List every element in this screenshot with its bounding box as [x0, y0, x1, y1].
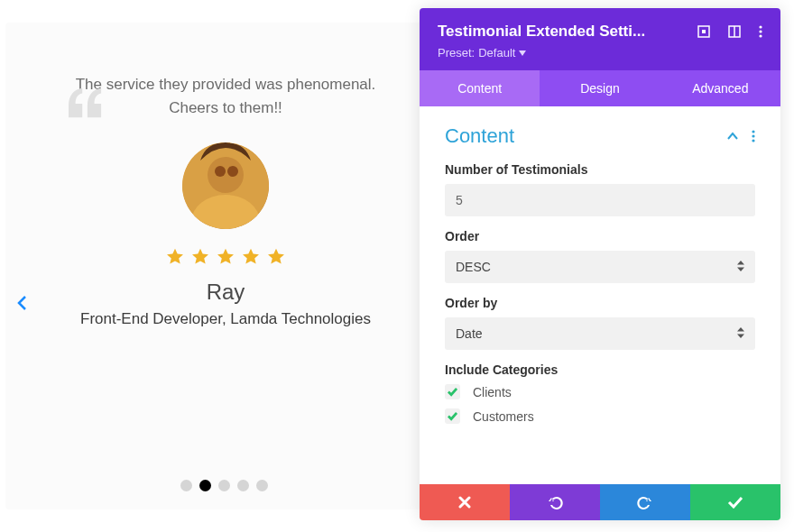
collapse-icon[interactable]	[726, 132, 739, 141]
star-icon	[190, 247, 210, 267]
panel-title: Testimonial Extended Setti...	[438, 23, 687, 41]
svg-point-4	[215, 166, 226, 177]
svg-point-10	[759, 25, 762, 28]
categories-list: Clients Customers	[445, 384, 755, 424]
category-label: Customers	[473, 409, 534, 424]
order-value[interactable]	[445, 251, 755, 283]
author-title: Front-End Developer, Lamda Technologies	[80, 310, 371, 328]
order-select[interactable]	[445, 251, 755, 283]
number-input[interactable]	[445, 184, 755, 216]
prev-arrow[interactable]	[14, 295, 31, 315]
tab-design[interactable]: Design	[540, 70, 660, 106]
preset-value: Default	[478, 46, 515, 60]
more-icon[interactable]	[759, 25, 762, 38]
star-icon	[165, 247, 185, 267]
author-name: Ray	[207, 280, 245, 305]
redo-button[interactable]	[600, 484, 690, 520]
quote-icon	[69, 87, 103, 122]
svg-point-15	[752, 139, 754, 142]
field-label-number: Number of Testimonials	[445, 162, 755, 177]
panel-body: Content Number of Testimonials Order Ord…	[420, 106, 780, 484]
save-button[interactable]	[690, 484, 780, 520]
panel-header: Testimonial Extended Setti... Preset: De…	[420, 8, 780, 70]
svg-point-12	[759, 34, 762, 37]
tab-content[interactable]: Content	[420, 70, 540, 106]
columns-icon[interactable]	[728, 25, 741, 38]
tabs: Content Design Advanced	[420, 70, 780, 106]
testimonial-card: The service they provided was phenomenal…	[5, 23, 446, 509]
settings-panel: Testimonial Extended Setti... Preset: De…	[420, 8, 780, 520]
field-label-order: Order	[445, 229, 755, 243]
star-icon	[266, 247, 286, 267]
undo-button[interactable]	[510, 484, 600, 520]
rating-stars	[165, 247, 286, 267]
section-more-icon[interactable]	[752, 130, 755, 142]
field-label-orderby: Order by	[445, 296, 755, 310]
category-row: Customers	[445, 408, 755, 424]
pagination-dots	[180, 480, 268, 491]
dot[interactable]	[199, 480, 211, 491]
field-label-categories: Include Categories	[445, 362, 755, 377]
svg-point-5	[227, 166, 238, 177]
cancel-button[interactable]	[420, 484, 510, 520]
svg-rect-7	[702, 30, 706, 33]
svg-point-14	[752, 134, 754, 137]
section-title: Content	[445, 124, 514, 148]
dot[interactable]	[237, 480, 249, 491]
orderby-select[interactable]	[445, 317, 755, 350]
orderby-value[interactable]	[445, 317, 755, 350]
star-icon	[216, 247, 235, 267]
checkbox[interactable]	[445, 408, 460, 424]
tab-advanced[interactable]: Advanced	[660, 70, 780, 106]
preset-label: Preset:	[438, 46, 475, 60]
checkbox[interactable]	[445, 384, 460, 399]
dot[interactable]	[256, 480, 268, 491]
category-row: Clients	[445, 384, 755, 399]
preset-dropdown[interactable]: Preset: Default	[438, 46, 762, 60]
dot[interactable]	[180, 480, 192, 491]
svg-point-13	[752, 130, 754, 133]
svg-point-11	[759, 30, 762, 32]
star-icon	[241, 247, 261, 267]
caret-down-icon	[519, 50, 526, 56]
category-label: Clients	[473, 385, 512, 399]
panel-footer	[420, 484, 780, 520]
svg-point-3	[208, 157, 244, 193]
expand-icon[interactable]	[697, 25, 710, 38]
avatar	[182, 142, 269, 229]
dot[interactable]	[218, 480, 230, 491]
